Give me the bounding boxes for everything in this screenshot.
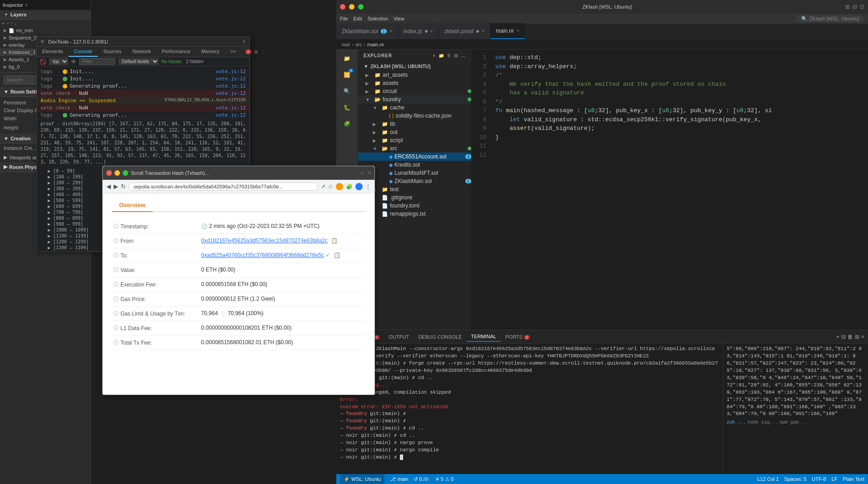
metamask-icon[interactable] (336, 183, 343, 190)
editor-tab-mainnr[interactable]: main.nr × (490, 23, 525, 39)
menu-view[interactable]: View (394, 16, 404, 21)
tab-sources[interactable]: Sources (98, 47, 127, 57)
tree-cache-json[interactable]: { } solidity-files-cache.json (358, 112, 471, 120)
tab-ports[interactable]: PORTS2 (501, 332, 534, 341)
tree-out[interactable]: ▶ 📁 out (358, 128, 471, 136)
tab-close-icon[interactable]: × (389, 29, 392, 34)
tab-close-icon[interactable]: × (517, 28, 519, 33)
language-info[interactable]: Plain Text (843, 476, 865, 482)
tab-output[interactable]: OUTPUT (384, 332, 414, 341)
vscode-search-bar[interactable]: 🔍 ZKlash [WSL: Ubuntu] (796, 15, 864, 23)
clear-console-icon[interactable]: 🚫 (40, 59, 46, 65)
sync-icon[interactable]: ↺ 0↓0↑ (414, 476, 429, 482)
menu-icon[interactable]: ⋮ (365, 183, 371, 190)
menu-file[interactable]: File (340, 16, 348, 21)
error-count[interactable]: ✕ 5 ⚠ 0 (435, 476, 454, 482)
delete-layer-icon[interactable]: − (6, 20, 9, 26)
settings-icon[interactable]: ⚙ (254, 49, 258, 54)
close-tab-btn[interactable]: × (360, 171, 363, 176)
tab-terminal[interactable]: TERMINAL (466, 332, 501, 342)
close-terminal-icon[interactable]: × (861, 334, 864, 340)
editor-tab-zklashmain[interactable]: ZklashMain.sol 1 × (336, 23, 398, 39)
terminal-main[interactable]: ashMain.sol:ZKlashMain --constructor-arg… (336, 344, 723, 484)
new-file-icon[interactable]: + (433, 53, 436, 58)
layer-up-icon[interactable]: ↑ (10, 20, 13, 26)
back-btn[interactable]: ◀ (106, 183, 111, 190)
more-icon[interactable]: … (461, 53, 466, 58)
tab-debug-console[interactable]: DEBUG CONSOLE (414, 332, 466, 341)
tree-foundry[interactable]: ▼ 📂 foundry (358, 95, 471, 104)
zsh-tab[interactable]: zsh ... (727, 420, 746, 426)
tab-close-icon[interactable]: × (482, 29, 484, 34)
context-select[interactable]: top (49, 58, 68, 65)
tree-cache[interactable]: ▼ 📁 cache (358, 104, 471, 112)
layout-icon[interactable]: ⊞ (845, 4, 850, 10)
editor-tab-indexjs[interactable]: index.js × (398, 23, 439, 39)
bookmark-icon[interactable]: ☆ (328, 183, 333, 190)
collapse-icon[interactable]: ⊟ (454, 53, 458, 58)
tree-script[interactable]: ▶ 📁 script (358, 136, 471, 144)
file-link[interactable]: vote.js:12 (216, 69, 246, 74)
file-link[interactable]: vote.js:12 (216, 105, 246, 111)
win-minimize-btn[interactable] (349, 4, 354, 10)
dots-icon[interactable]: ⋮ (261, 49, 265, 54)
tab-elements[interactable]: Elements (37, 47, 69, 57)
source-control-icon[interactable]: 🔀 9 (342, 69, 353, 80)
browser-icon[interactable] (355, 183, 363, 190)
file-link[interactable]: vote.js:12 (216, 112, 246, 118)
tree-assets[interactable]: ▶ 📁 assets (358, 79, 471, 87)
git-branch-status[interactable]: ⎇ main (390, 476, 408, 482)
devtools-close-btn[interactable]: × (243, 39, 246, 45)
split-icon[interactable]: ⊟ (853, 4, 857, 10)
breadcrumb-src[interactable]: src (355, 42, 362, 47)
scroll-url-input[interactable] (129, 183, 318, 191)
menu-selection[interactable]: Selection (368, 16, 388, 21)
search-icon-bar[interactable]: 🔍 (342, 86, 353, 97)
win-maximize-btn[interactable] (358, 4, 364, 10)
line-col-info[interactable]: L12 Col 1 (757, 476, 778, 482)
layer-down-icon[interactable]: ↓ (14, 20, 17, 26)
tree-zklashmain[interactable]: ◆ ZKlashMain.sol 1 (358, 177, 471, 185)
menu-edit[interactable]: Edit (354, 16, 362, 21)
add-layer-icon[interactable]: + (2, 20, 5, 26)
maximize-terminal-icon[interactable]: ⊞ (855, 334, 859, 340)
tab-performance[interactable]: Performance (156, 47, 196, 57)
extension-icon[interactable]: 🧩 (346, 183, 353, 190)
level-select[interactable]: Default levels (118, 58, 159, 65)
editor-tab-proof[interactable]: zklash.proof × (439, 23, 490, 39)
remote-icon[interactable]: ⚡ WSL: Ubuntu (340, 474, 384, 484)
tree-gitignore[interactable]: 📄 .gitignore (358, 193, 471, 202)
tree-remappings[interactable]: 📄 remappings.txt (358, 210, 471, 218)
tab-more[interactable]: >> (225, 47, 242, 57)
new-tab-btn[interactable]: + (368, 170, 371, 176)
breadcrumb-file[interactable]: main.nr (367, 42, 384, 47)
copy-icon[interactable]: 📋 (334, 252, 340, 258)
eye-icon[interactable]: 👁 (71, 59, 76, 65)
terminal-right-panel[interactable]: 5":88,"806":210,"807": 244,"810":82,"811… (723, 344, 868, 484)
root-folder[interactable]: ▼ ZKLASH [WSL: UBUNTU] (358, 62, 471, 71)
tab-memory[interactable]: Memory (196, 47, 225, 57)
gm-layers-header[interactable]: ▼ Layers (0, 10, 90, 20)
to-address-link[interactable]: 0xad525a40760ccf35c3768008964f3668dd278e… (201, 252, 324, 258)
tree-lunarmiss[interactable]: ◆ LunarMissNFT.sol (358, 169, 471, 177)
overview-tab[interactable]: Overview (112, 199, 153, 212)
reload-btn[interactable]: ↻ (121, 183, 126, 190)
file-link[interactable]: vote.js:12 (216, 83, 246, 89)
win-close-btn[interactable] (340, 4, 345, 10)
gm-close-btn[interactable]: × (25, 3, 28, 8)
tree-kredits[interactable]: ◆ Kredits.sol (358, 161, 471, 169)
layer-rm-mm[interactable]: ▶ 📄 rm_mm (0, 27, 90, 34)
line-ending-info[interactable]: LF (832, 476, 838, 482)
encoding-info[interactable]: UTF-8 (812, 476, 826, 482)
window-minimize-btn[interactable] (115, 170, 120, 176)
tree-test[interactable]: ▶ 📁 test (358, 185, 471, 193)
from-address-link[interactable]: 0xd182167e45625a3d57583ec15d870274e63b8a… (201, 237, 328, 244)
tree-erc6551[interactable]: ◆ ERC6551Account.sol 4 (358, 153, 471, 161)
split-terminal-icon[interactable]: ⊟ (841, 334, 846, 340)
spaces-info[interactable]: Spaces: 5 (784, 476, 807, 482)
tree-src[interactable]: ▼ 📂 src (358, 144, 471, 153)
console-filter-input[interactable] (79, 58, 115, 65)
file-link[interactable]: vote.js:12 (216, 90, 246, 96)
tab-close-icon[interactable]: × (430, 29, 433, 34)
tree-art-assets[interactable]: ▶ 📁 art_assets (358, 71, 471, 79)
